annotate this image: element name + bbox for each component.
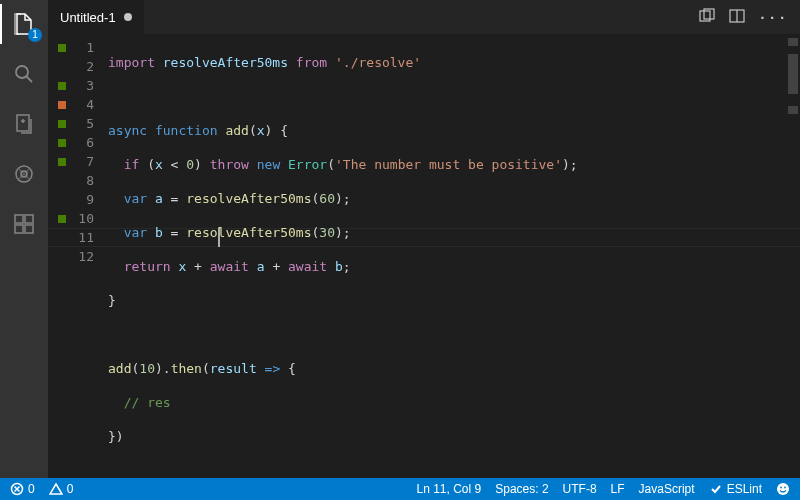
editor-actions: ··· <box>687 0 800 34</box>
diff-icon[interactable] <box>0 108 48 140</box>
svg-point-14 <box>784 487 786 489</box>
gutter: 1 2 3 4 5 6 7 8 9 10 11 12 <box>48 34 108 478</box>
status-bar: 0 0 Ln 11, Col 9 Spaces: 2 UTF-8 LF Java… <box>0 478 800 500</box>
status-cursor-position[interactable]: Ln 11, Col 9 <box>417 482 482 496</box>
svg-point-13 <box>780 487 782 489</box>
status-warnings[interactable]: 0 <box>49 482 74 496</box>
editor-area: Untitled-1 ··· 1 2 3 4 5 <box>48 0 800 478</box>
svg-point-0 <box>16 66 28 78</box>
tab-untitled-1[interactable]: Untitled-1 <box>48 0 145 34</box>
svg-rect-7 <box>25 215 33 223</box>
compare-icon[interactable] <box>699 8 715 27</box>
extensions-icon[interactable] <box>0 208 48 240</box>
app-root: 1 Untitled-1 <box>0 0 800 500</box>
status-feedback-icon[interactable] <box>776 482 790 496</box>
dirty-dot-icon <box>124 13 132 21</box>
explorer-icon[interactable]: 1 <box>0 8 48 40</box>
tabs-row: Untitled-1 ··· <box>48 0 800 34</box>
status-eslint[interactable]: ESLint <box>709 482 762 496</box>
overview-ruler[interactable] <box>786 34 800 478</box>
main-area: 1 Untitled-1 <box>0 0 800 478</box>
explorer-badge: 1 <box>28 28 42 42</box>
status-eol[interactable]: LF <box>611 482 625 496</box>
debug-icon[interactable] <box>0 158 48 190</box>
more-actions-icon[interactable]: ··· <box>759 10 788 25</box>
status-encoding[interactable]: UTF-8 <box>563 482 597 496</box>
svg-rect-5 <box>15 225 23 233</box>
svg-rect-4 <box>15 215 23 223</box>
code-editor[interactable]: 1 2 3 4 5 6 7 8 9 10 11 12 import resolv… <box>48 34 800 478</box>
status-indent[interactable]: Spaces: 2 <box>495 482 548 496</box>
activity-bar: 1 <box>0 0 48 478</box>
search-icon[interactable] <box>0 58 48 90</box>
svg-point-12 <box>777 483 789 495</box>
tab-title: Untitled-1 <box>60 10 116 25</box>
split-editor-icon[interactable] <box>729 8 745 27</box>
status-language[interactable]: JavaScript <box>639 482 695 496</box>
status-errors[interactable]: 0 <box>10 482 35 496</box>
svg-rect-6 <box>25 225 33 233</box>
code-content[interactable]: import resolveAfter50ms from './resolve'… <box>108 34 800 478</box>
